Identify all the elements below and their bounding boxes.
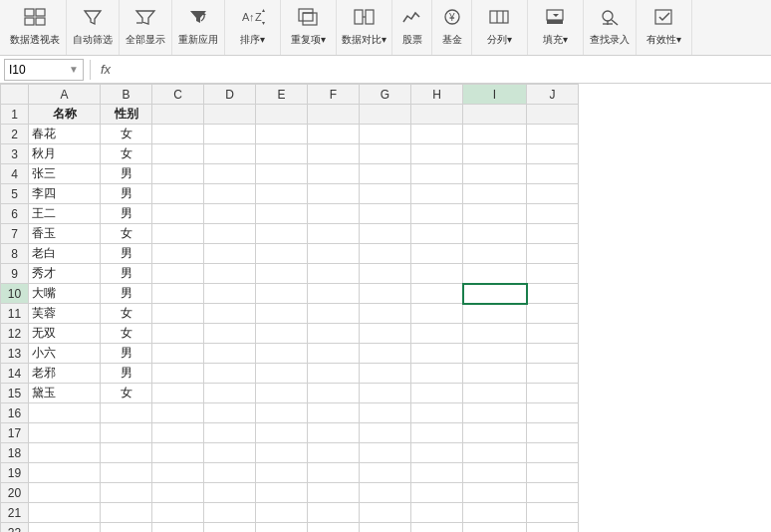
- cell-E17[interactable]: [256, 423, 308, 443]
- cell-B14[interactable]: 男: [101, 364, 152, 384]
- cell-A19[interactable]: [29, 463, 101, 483]
- cell-D12[interactable]: [204, 324, 256, 344]
- cell-F16[interactable]: [308, 403, 360, 423]
- cell-E7[interactable]: [256, 224, 308, 244]
- toolbar-data-view[interactable]: 数据透视表: [4, 0, 67, 55]
- cell-H8[interactable]: [411, 244, 463, 264]
- cell-F18[interactable]: [308, 443, 360, 463]
- cell-E14[interactable]: [256, 364, 308, 384]
- cell-E16[interactable]: [256, 403, 308, 423]
- cell-C22[interactable]: [152, 523, 204, 533]
- cell-B13[interactable]: 男: [101, 344, 152, 364]
- row-number-14[interactable]: 14: [1, 364, 29, 384]
- cell-I11[interactable]: [463, 304, 527, 324]
- cell-F19[interactable]: [308, 463, 360, 483]
- cell-E2[interactable]: [256, 125, 308, 144]
- cell-F7[interactable]: [308, 224, 360, 244]
- cell-G8[interactable]: [360, 244, 411, 264]
- cell-E10[interactable]: [256, 284, 308, 304]
- cell-E18[interactable]: [256, 443, 308, 463]
- cell-G7[interactable]: [360, 224, 411, 244]
- cell-D20[interactable]: [204, 483, 256, 503]
- cell-J10[interactable]: [527, 284, 579, 304]
- cell-A21[interactable]: [29, 503, 101, 523]
- cell-D15[interactable]: [204, 384, 256, 403]
- cell-J11[interactable]: [527, 304, 579, 324]
- cell-I5[interactable]: [463, 184, 527, 204]
- cell-D3[interactable]: [204, 144, 256, 164]
- cell-I17[interactable]: [463, 423, 527, 443]
- cell-B6[interactable]: 男: [101, 204, 152, 224]
- cell-G21[interactable]: [360, 503, 411, 523]
- cell-C12[interactable]: [152, 324, 204, 344]
- cell-C2[interactable]: [152, 125, 204, 144]
- cell-B20[interactable]: [101, 483, 152, 503]
- row-number-4[interactable]: 4: [1, 164, 29, 184]
- row-number-21[interactable]: 21: [1, 503, 29, 523]
- cell-E19[interactable]: [256, 463, 308, 483]
- cell-I12[interactable]: [463, 324, 527, 344]
- toolbar-duplicate[interactable]: 重复项▾: [281, 0, 337, 55]
- cell-H12[interactable]: [411, 324, 463, 344]
- toolbar-fill[interactable]: 填充▾: [528, 0, 584, 55]
- cell-A2[interactable]: 春花: [29, 125, 101, 144]
- cell-D7[interactable]: [204, 224, 256, 244]
- cell-C16[interactable]: [152, 403, 204, 423]
- cell-G3[interactable]: [360, 144, 411, 164]
- cell-I16[interactable]: [463, 403, 527, 423]
- cell-G11[interactable]: [360, 304, 411, 324]
- cell-A9[interactable]: 秀才: [29, 264, 101, 284]
- cell-C17[interactable]: [152, 423, 204, 443]
- cell-I19[interactable]: [463, 463, 527, 483]
- cell-ref-box[interactable]: I10 ▼: [4, 59, 84, 81]
- cell-A12[interactable]: 无双: [29, 324, 101, 344]
- row-number-11[interactable]: 11: [1, 304, 29, 324]
- row-number-12[interactable]: 12: [1, 324, 29, 344]
- cell-I10[interactable]: [463, 284, 527, 304]
- row-number-8[interactable]: 8: [1, 244, 29, 264]
- cell-E20[interactable]: [256, 483, 308, 503]
- toolbar-fund[interactable]: ¥ 基金: [432, 0, 472, 55]
- cell-B1[interactable]: 性别: [101, 105, 152, 125]
- cell-B21[interactable]: [101, 503, 152, 523]
- cell-B5[interactable]: 男: [101, 184, 152, 204]
- col-header-b[interactable]: B: [101, 85, 152, 105]
- cell-J4[interactable]: [527, 164, 579, 184]
- cell-E9[interactable]: [256, 264, 308, 284]
- cell-D4[interactable]: [204, 164, 256, 184]
- cell-H5[interactable]: [411, 184, 463, 204]
- cell-C1[interactable]: [152, 105, 204, 125]
- cell-J5[interactable]: [527, 184, 579, 204]
- cell-G13[interactable]: [360, 344, 411, 364]
- cell-C6[interactable]: [152, 204, 204, 224]
- cell-J9[interactable]: [527, 264, 579, 284]
- col-header-g[interactable]: G: [360, 85, 411, 105]
- col-header-f[interactable]: F: [308, 85, 360, 105]
- spreadsheet-wrapper[interactable]: A B C D E F G H I J 1名称性别2春花女3秋月女4张三男5李四…: [0, 84, 771, 532]
- cell-E13[interactable]: [256, 344, 308, 364]
- cell-B16[interactable]: [101, 403, 152, 423]
- col-header-a[interactable]: A: [29, 85, 101, 105]
- cell-B18[interactable]: [101, 443, 152, 463]
- col-header-d[interactable]: D: [204, 85, 256, 105]
- cell-E3[interactable]: [256, 144, 308, 164]
- cell-G18[interactable]: [360, 443, 411, 463]
- cell-J20[interactable]: [527, 483, 579, 503]
- cell-H14[interactable]: [411, 364, 463, 384]
- cell-H9[interactable]: [411, 264, 463, 284]
- cell-H11[interactable]: [411, 304, 463, 324]
- cell-A16[interactable]: [29, 403, 101, 423]
- cell-A6[interactable]: 王二: [29, 204, 101, 224]
- cell-C8[interactable]: [152, 244, 204, 264]
- cell-A5[interactable]: 李四: [29, 184, 101, 204]
- cell-G17[interactable]: [360, 423, 411, 443]
- cell-E11[interactable]: [256, 304, 308, 324]
- cell-D21[interactable]: [204, 503, 256, 523]
- cell-G19[interactable]: [360, 463, 411, 483]
- cell-I21[interactable]: [463, 503, 527, 523]
- cell-J6[interactable]: [527, 204, 579, 224]
- toolbar-validity[interactable]: 有效性▾: [637, 0, 692, 55]
- cell-I7[interactable]: [463, 224, 527, 244]
- cell-H17[interactable]: [411, 423, 463, 443]
- cell-B19[interactable]: [101, 463, 152, 483]
